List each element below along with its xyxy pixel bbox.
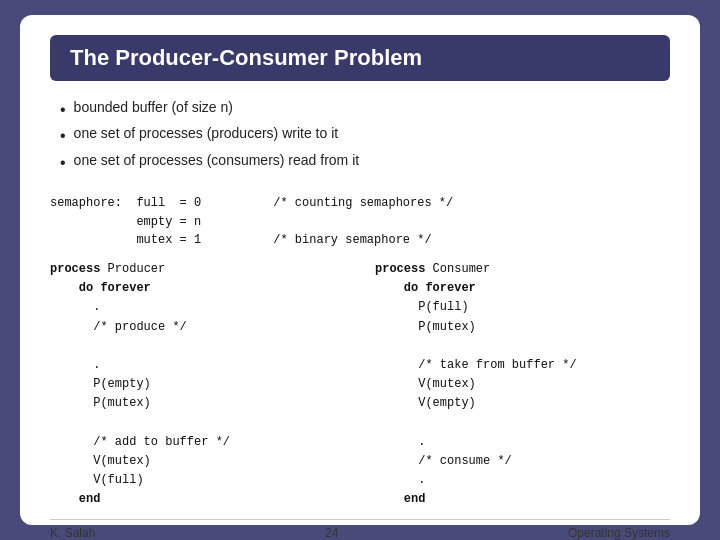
processes-row: process Producer do forever . /* produce… (50, 260, 670, 509)
semaphore-code: semaphore: full = 0 /* counting semaphor… (50, 194, 670, 250)
bullet-item-1: • bounded buffer (of size n) (60, 99, 670, 121)
bullet-dot-2: • (60, 125, 66, 147)
slide-title: The Producer-Consumer Problem (70, 45, 422, 70)
bullet-item-2: • one set of processes (producers) write… (60, 125, 670, 147)
bullet-text-3: one set of processes (consumers) read fr… (74, 152, 360, 168)
bullet-item-3: • one set of processes (consumers) read … (60, 152, 670, 174)
bullet-list: • bounded buffer (of size n) • one set o… (50, 99, 670, 178)
title-box: The Producer-Consumer Problem (50, 35, 670, 81)
footer-right: Operating Systems (568, 526, 670, 540)
bullet-dot-1: • (60, 99, 66, 121)
consumer-code: process Consumer do forever P(full) P(mu… (375, 260, 670, 509)
footer: K. Salah 24 Operating Systems (50, 519, 670, 540)
footer-left: K. Salah (50, 526, 95, 540)
bullet-text-2: one set of processes (producers) write t… (74, 125, 339, 141)
producer-code: process Producer do forever . /* produce… (50, 260, 345, 509)
slide: The Producer-Consumer Problem • bounded … (20, 15, 700, 525)
bullet-dot-3: • (60, 152, 66, 174)
footer-center: 24 (325, 526, 338, 540)
bullet-text-1: bounded buffer (of size n) (74, 99, 233, 115)
